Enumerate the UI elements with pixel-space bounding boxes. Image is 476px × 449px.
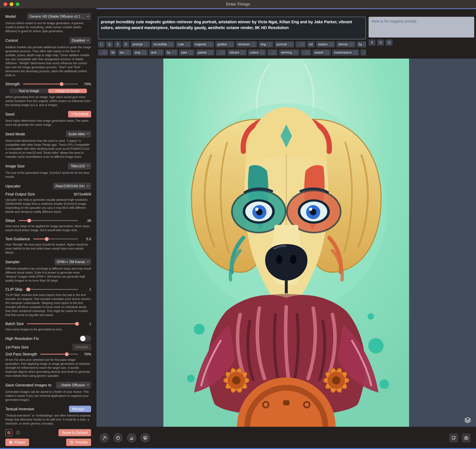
prompt-token-chip[interactable]: by× <box>357 41 366 47</box>
prompt-token-chip[interactable]: ,× <box>360 49 366 56</box>
slider-knob[interactable] <box>45 237 49 241</box>
sampler-dropdown[interactable]: DPM++ 2M Karras <box>54 258 91 265</box>
prompt-token-chip[interactable]: cute× <box>176 41 191 47</box>
presets-button[interactable]: Presets <box>66 439 91 446</box>
prompt-token-chip[interactable]: art <box>307 41 315 47</box>
remove-token-icon[interactable]: × <box>220 51 224 54</box>
prompt-token-chip[interactable]: colors× <box>248 49 266 56</box>
clip-skip-slider[interactable] <box>26 289 78 290</box>
remove-token-icon[interactable]: × <box>158 51 162 54</box>
board-button[interactable] <box>140 433 150 443</box>
prompt-token-chip[interactable]: ,× <box>267 49 278 56</box>
prompt-token-chip[interactable]: kil <box>109 49 116 56</box>
prompt-token-chip[interactable]: masterpiece× <box>332 49 359 56</box>
attachment-icon[interactable] <box>114 41 121 47</box>
prompt-token-chip[interactable]: dog× <box>259 41 273 47</box>
prompt-token-chip[interactable]: ,× <box>216 49 226 56</box>
remove-token-icon[interactable]: × <box>353 51 357 54</box>
eraser-button[interactable] <box>127 433 136 443</box>
attachment-icon[interactable] <box>368 39 375 46</box>
remove-token-icon[interactable]: × <box>208 43 212 46</box>
prompt-token-chip[interactable]: and× <box>149 49 164 56</box>
note-button[interactable] <box>449 433 458 442</box>
prompt-token-chip[interactable]: winning× <box>279 49 300 56</box>
remove-token-icon[interactable]: × <box>251 43 255 46</box>
info-icon[interactable] <box>16 431 20 435</box>
layers-button[interactable] <box>464 416 472 424</box>
strength-slider[interactable] <box>23 84 78 84</box>
prompt-token-chip[interactable]: award× <box>312 49 331 56</box>
save-images-dropdown[interactable]: ...Stable Diffusion <box>56 382 91 388</box>
prompt-token-chip[interactable]: majestic× <box>193 41 214 47</box>
remove-token-icon[interactable]: × <box>300 43 304 46</box>
manage-textual-inversion-button[interactable]: Manage ... <box>69 406 91 412</box>
slider-knob[interactable] <box>75 322 79 326</box>
high-res-fix-toggle[interactable] <box>79 335 91 342</box>
generated-image[interactable] <box>163 59 409 427</box>
prompt-token-chip[interactable]: golden× <box>215 41 235 47</box>
close-window-button[interactable] <box>4 2 7 6</box>
timer-icon[interactable] <box>386 39 393 46</box>
magic-wand-button[interactable] <box>99 433 109 443</box>
prompt-token-chip[interactable]: ,× <box>98 49 108 56</box>
prompt-token-chip[interactable]: winner× <box>336 41 355 47</box>
control-dropdown[interactable]: Disabled <box>69 37 91 44</box>
seed-value-button[interactable]: 775418658 <box>68 111 91 118</box>
image-to-image-option[interactable]: Image to Image <box>48 89 87 93</box>
remove-token-icon[interactable]: × <box>293 51 297 54</box>
text-to-image-option[interactable]: Text to Image <box>10 89 48 93</box>
remove-token-icon[interactable]: × <box>125 51 130 54</box>
image-size-dropdown[interactable]: 768x1152 <box>68 163 91 169</box>
remove-token-icon[interactable]: × <box>349 43 353 46</box>
prompt-token-chip[interactable]: eng× <box>133 49 148 56</box>
prompt-token-chip[interactable]: by× <box>165 49 178 56</box>
prompt-token-chip[interactable]: jake× <box>179 49 194 56</box>
remove-token-icon[interactable]: × <box>288 43 292 46</box>
advanced-settings-button[interactable] <box>5 429 12 436</box>
slider-knob[interactable] <box>60 82 63 86</box>
remove-token-icon[interactable]: × <box>186 43 189 46</box>
text-guidance-slider[interactable] <box>33 239 78 239</box>
reset-to-default-button[interactable]: Reset to Default <box>58 429 91 436</box>
remove-token-icon[interactable]: × <box>365 51 366 54</box>
maximize-window-button[interactable] <box>16 2 19 6</box>
remove-token-icon[interactable]: × <box>209 51 213 54</box>
seed-mode-dropdown[interactable]: Scale Alike <box>66 131 91 137</box>
prompt-token-chip[interactable]: portrait× <box>275 41 294 47</box>
remove-token-icon[interactable]: × <box>267 43 271 46</box>
pan-hand-button[interactable] <box>113 433 123 443</box>
remove-token-icon[interactable]: × <box>169 43 173 46</box>
remove-token-icon[interactable]: × <box>241 51 245 54</box>
remove-token-icon[interactable]: × <box>189 51 193 54</box>
camera-button[interactable] <box>462 433 471 442</box>
remove-token-icon[interactable]: × <box>144 43 148 46</box>
slider-knob[interactable] <box>27 219 31 223</box>
prompt-token-chip[interactable]: parker× <box>196 49 214 56</box>
scan-icon[interactable] <box>98 41 105 47</box>
upscaler-dropdown[interactable]: Real-ESRGAN X4+ <box>53 183 91 190</box>
remove-token-icon[interactable]: × <box>260 51 264 54</box>
prompt-token-chip[interactable]: retriever× <box>236 41 257 47</box>
prompt-token-chip[interactable]: ian× <box>118 49 131 56</box>
remove-token-icon[interactable]: × <box>325 51 329 54</box>
remove-token-icon[interactable]: × <box>102 51 106 54</box>
prompt-token-chip[interactable]: prompt× <box>130 41 150 47</box>
slider-knob[interactable] <box>65 352 69 356</box>
target-icon[interactable] <box>377 39 384 46</box>
prompt-token-chip[interactable]: vibrant× <box>227 49 247 56</box>
steps-slider[interactable] <box>18 220 78 221</box>
remove-token-icon[interactable]: × <box>229 43 233 46</box>
minimize-window-button[interactable] <box>10 2 13 6</box>
negative-prompt-input[interactable] <box>368 17 474 38</box>
remove-token-icon[interactable]: × <box>142 51 146 54</box>
batch-size-slider[interactable] <box>27 323 78 324</box>
lock-icon[interactable] <box>106 41 113 47</box>
prompt-token-chip[interactable]: -× <box>301 49 311 56</box>
remove-token-icon[interactable]: × <box>272 51 276 54</box>
prompt-token-chip[interactable]: station× <box>316 41 335 47</box>
prompt-token-chip[interactable]: incredibly× <box>151 41 175 47</box>
remove-token-icon[interactable]: × <box>172 51 176 54</box>
second-pass-strength-slider[interactable] <box>40 354 78 354</box>
remove-token-icon[interactable]: × <box>305 51 309 54</box>
prompt-token-chip[interactable]: ,× <box>295 41 306 47</box>
